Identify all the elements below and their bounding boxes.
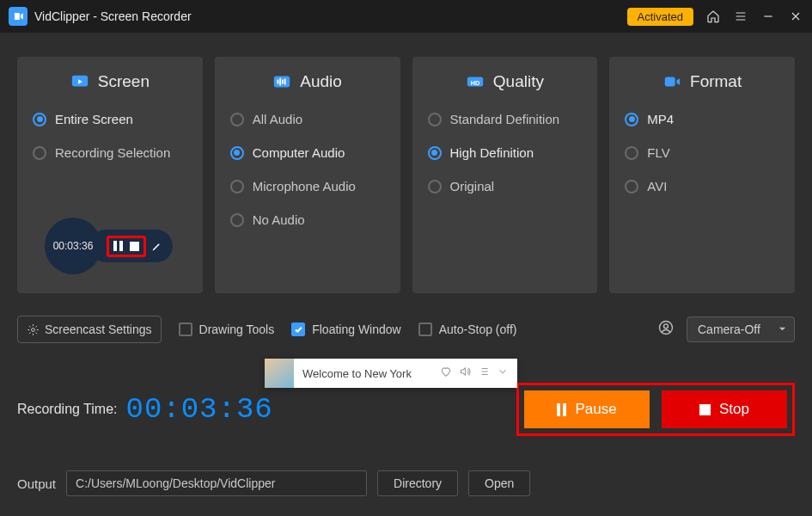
float-pen-icon[interactable] [151, 241, 162, 252]
floating-window-checkbox[interactable]: Floating Window [291, 322, 401, 336]
svg-rect-4 [665, 77, 675, 87]
music-album-art [265, 359, 294, 388]
chevron-down-icon [778, 322, 787, 336]
settings-row: Screencast Settings Drawing Tools Floati… [0, 302, 812, 352]
output-row: Output Directory Open [0, 436, 812, 508]
format-icon [662, 72, 681, 91]
audio-card: Audio All Audio Computer Audio Microphon… [215, 57, 400, 293]
open-button[interactable]: Open [468, 470, 530, 496]
output-label: Output [17, 476, 56, 491]
auto-stop-checkbox[interactable]: Auto-Stop (off) [418, 322, 517, 336]
quality-option-hd[interactable]: High Definition [428, 145, 584, 160]
camera-icon [657, 319, 675, 340]
home-icon[interactable] [705, 9, 721, 24]
heart-icon[interactable] [440, 366, 452, 381]
chevron-down-icon[interactable] [497, 366, 509, 381]
screencast-settings-button[interactable]: Screencast Settings [17, 316, 162, 343]
volume-icon[interactable] [459, 366, 471, 381]
format-option-mp4[interactable]: MP4 [625, 112, 781, 126]
screen-card: Screen Entire Screen Recording Selection… [17, 57, 203, 293]
music-track-title: Welcome to New York [294, 367, 440, 380]
float-pause-stop-highlight [107, 236, 146, 257]
activated-button[interactable]: Activated [627, 8, 693, 26]
directory-button[interactable]: Directory [377, 470, 458, 496]
music-popup[interactable]: Welcome to New York [265, 359, 517, 388]
audio-option-computer[interactable]: Computer Audio [230, 145, 387, 160]
quality-option-original[interactable]: Original [428, 179, 584, 194]
screen-option-selection[interactable]: Recording Selection [33, 145, 189, 160]
audio-option-none[interactable]: No Audio [230, 212, 387, 227]
menu-icon[interactable] [733, 9, 748, 24]
screen-card-title: Screen [98, 72, 150, 91]
svg-point-7 [664, 324, 669, 329]
recording-time-value: 00:03:36 [126, 393, 273, 426]
screen-icon [70, 72, 89, 91]
screen-option-entire[interactable]: Entire Screen [33, 112, 189, 126]
options-panel: Screen Entire Screen Recording Selection… [0, 33, 812, 302]
stop-button[interactable]: Stop [662, 390, 787, 428]
app-title: VidClipper - Screen Recorder [34, 9, 627, 23]
recording-time-label: Recording Time: [17, 402, 118, 417]
pause-stop-highlight: Pause Stop [516, 383, 795, 436]
floating-recorder-widget[interactable]: 00:03:36 [45, 218, 173, 274]
svg-point-5 [32, 328, 35, 331]
title-bar: VidClipper - Screen Recorder Activated [0, 0, 812, 33]
format-card-title: Format [690, 72, 742, 91]
audio-card-title: Audio [300, 72, 342, 91]
camera-select[interactable]: Camera-Off [687, 316, 795, 342]
pause-button[interactable]: Pause [524, 390, 650, 428]
stop-icon [699, 404, 711, 415]
format-card: Format MP4 FLV AVI [609, 57, 795, 293]
format-option-avi[interactable]: AVI [625, 179, 781, 194]
float-stop-icon[interactable] [129, 241, 140, 252]
quality-icon: HD [466, 72, 485, 91]
list-icon[interactable] [478, 366, 490, 381]
app-logo-icon [9, 7, 27, 26]
audio-option-all[interactable]: All Audio [230, 112, 387, 126]
format-option-flv[interactable]: FLV [625, 145, 781, 160]
close-icon[interactable] [788, 9, 803, 24]
quality-card-title: Quality [493, 72, 544, 91]
float-pause-icon[interactable] [113, 241, 124, 252]
pause-icon [557, 403, 566, 416]
audio-option-microphone[interactable]: Microphone Audio [230, 179, 387, 194]
float-timer: 00:03:36 [45, 218, 101, 274]
audio-icon [272, 72, 291, 91]
svg-text:HD: HD [471, 79, 480, 87]
output-path-input[interactable] [66, 470, 367, 496]
quality-option-sd[interactable]: Standard Definition [428, 112, 584, 126]
drawing-tools-checkbox[interactable]: Drawing Tools [179, 322, 275, 336]
quality-card: HD Quality Standard Definition High Defi… [412, 57, 598, 293]
minimize-icon[interactable] [760, 9, 776, 24]
